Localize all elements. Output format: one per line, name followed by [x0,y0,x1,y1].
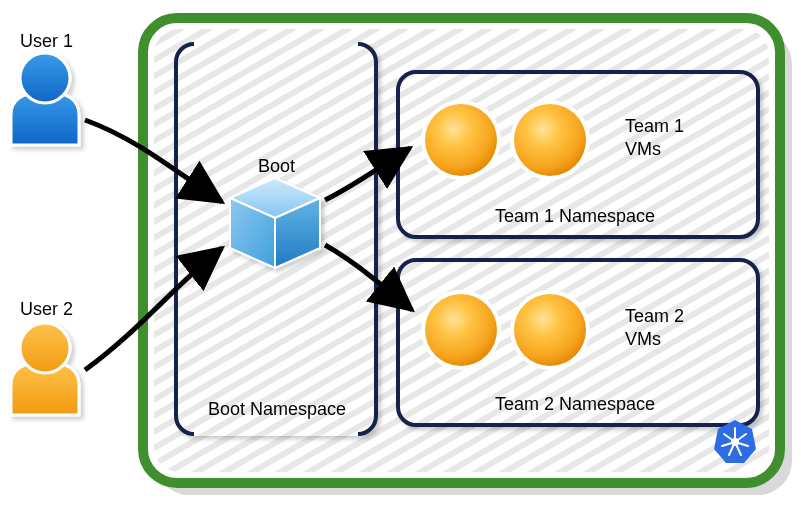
svg-rect-4 [194,430,358,436]
diagram-svg [0,0,801,505]
svg-point-26 [731,438,739,446]
svg-point-14 [514,294,586,366]
team2-vm-1 [421,290,501,370]
team1-namespace-label: Team 1 Namespace [495,205,655,228]
team2-namespace-label: Team 2 Namespace [495,393,655,416]
team2-vm-2 [510,290,590,370]
svg-point-12 [425,294,497,366]
user1-label: User 1 [20,30,73,53]
diagram-stage: User 1 User 2 Boot Boot Namespace Team 1… [0,0,801,505]
team1-vms-label: Team 1 VMs [625,115,684,160]
boot-namespace-label: Boot Namespace [208,398,346,421]
team1-vm-2 [510,100,590,180]
svg-point-10 [514,104,586,176]
svg-rect-3 [194,42,358,48]
user2-label: User 2 [20,298,73,321]
boot-cube-icon [230,178,320,268]
user2-icon [11,323,79,415]
svg-point-28 [20,323,70,373]
user1-icon [11,53,79,145]
boot-title: Boot [258,155,295,178]
svg-point-8 [425,104,497,176]
team2-vms-label: Team 2 VMs [625,305,684,350]
svg-point-27 [20,53,70,103]
team1-vm-1 [421,100,501,180]
